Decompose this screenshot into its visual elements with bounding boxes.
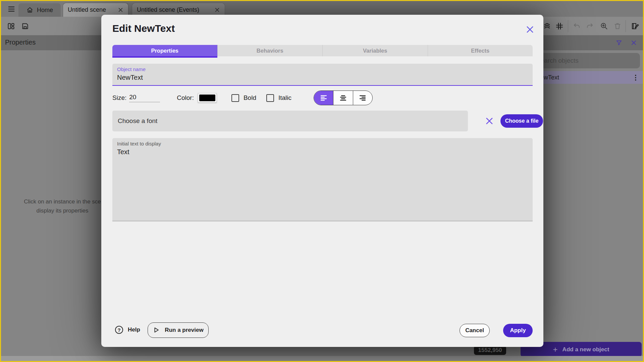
help-label: Help <box>128 326 140 333</box>
text-alignment-group <box>314 90 373 105</box>
help-icon: ? <box>115 326 123 334</box>
object-name-field: Object name <box>112 64 533 86</box>
redo-icon[interactable] <box>586 22 594 30</box>
dialog-tabs: Properties Behaviors Variables Effects <box>112 45 533 58</box>
tab-properties[interactable]: Properties <box>112 45 217 56</box>
zoom-in-icon[interactable] <box>600 22 608 30</box>
color-swatch[interactable] <box>198 93 217 103</box>
dialog-title: Edit NewText <box>112 23 175 34</box>
run-preview-button[interactable]: Run a preview <box>148 322 209 338</box>
edit-events-icon[interactable] <box>631 22 639 30</box>
size-input[interactable] <box>129 94 160 102</box>
align-right-button[interactable] <box>353 91 372 105</box>
align-center-icon <box>339 94 347 102</box>
align-left-button[interactable] <box>314 91 333 105</box>
align-center-button[interactable] <box>333 91 353 105</box>
search-objects-box <box>532 53 640 68</box>
size-label: Size: <box>112 94 126 102</box>
initial-text-field[interactable]: Initial text to display Text <box>112 138 533 221</box>
initial-text-value[interactable]: Text <box>117 148 516 156</box>
properties-panel-title: Properties <box>5 39 36 46</box>
font-row: Choose a font Choose a file <box>112 111 533 131</box>
play-icon <box>153 326 160 334</box>
align-left-icon <box>320 94 328 102</box>
dialog-close-icon[interactable] <box>525 25 535 34</box>
italic-label: Italic <box>278 94 291 102</box>
kebab-menu-icon[interactable]: ⋮ <box>632 74 639 81</box>
font-selector-field[interactable]: Choose a font <box>112 111 468 131</box>
bottom-status-strip <box>1 356 643 361</box>
layers-icon[interactable] <box>543 22 551 30</box>
object-name-input[interactable] <box>117 74 516 81</box>
tab-scene-label: Untitled scene <box>68 6 106 13</box>
initial-text-label: Initial text to display <box>117 141 161 146</box>
save-icon[interactable] <box>21 22 29 30</box>
align-right-icon <box>359 94 367 102</box>
search-objects-input[interactable] <box>532 53 640 68</box>
italic-checkbox[interactable] <box>266 94 274 102</box>
tab-behaviors[interactable]: Behaviors <box>217 45 323 56</box>
tab-events-label: Untitled scene (Events) <box>137 6 199 13</box>
tab-effects[interactable]: Effects <box>428 45 533 56</box>
grid-icon[interactable] <box>555 22 564 30</box>
bold-checkbox[interactable] <box>231 94 239 102</box>
bold-label: Bold <box>244 94 256 102</box>
trash-icon[interactable] <box>613 22 622 30</box>
color-label: Color: <box>177 94 194 102</box>
app-window: Home Untitled scene Untitled scene (Even… <box>0 0 644 362</box>
tab-home[interactable]: Home <box>18 3 61 17</box>
cancel-button[interactable]: Cancel <box>460 324 490 337</box>
panel-close-icon[interactable] <box>631 40 637 46</box>
tab-variables[interactable]: Variables <box>322 45 428 56</box>
cursor-coordinates-badge: 1552,950 <box>474 346 506 355</box>
choose-file-button[interactable]: Choose a file <box>500 114 543 128</box>
toolbar-divider <box>626 20 626 32</box>
object-name-label: Object name <box>117 66 146 72</box>
plus-icon: + <box>553 345 558 354</box>
clear-font-icon[interactable] <box>485 116 494 126</box>
undo-icon[interactable] <box>573 22 581 30</box>
main-menu-icon[interactable] <box>7 5 16 13</box>
tab-home-label: Home <box>37 7 53 14</box>
apply-button[interactable]: Apply <box>503 324 533 337</box>
run-preview-label: Run a preview <box>165 327 203 334</box>
filter-icon[interactable] <box>616 40 622 46</box>
object-list-item-newtext[interactable]: NewText ⋮ <box>529 71 643 84</box>
close-icon[interactable] <box>118 7 123 13</box>
tab-bar: Home Untitled scene Untitled scene (Even… <box>1 1 643 17</box>
close-icon[interactable] <box>214 7 220 13</box>
text-style-row: Size: Color: Bold Italic <box>112 90 533 106</box>
toolbar-divider <box>568 20 568 32</box>
home-icon <box>26 6 34 14</box>
edit-object-dialog: Edit NewText Properties Behaviors Variab… <box>101 15 543 347</box>
dialog-footer: ? Help Run a preview Cancel Apply <box>112 322 533 338</box>
panels-layout-icon[interactable] <box>7 22 15 30</box>
add-new-object-label: Add a new object <box>562 346 609 353</box>
help-button[interactable]: ? Help <box>115 326 140 334</box>
